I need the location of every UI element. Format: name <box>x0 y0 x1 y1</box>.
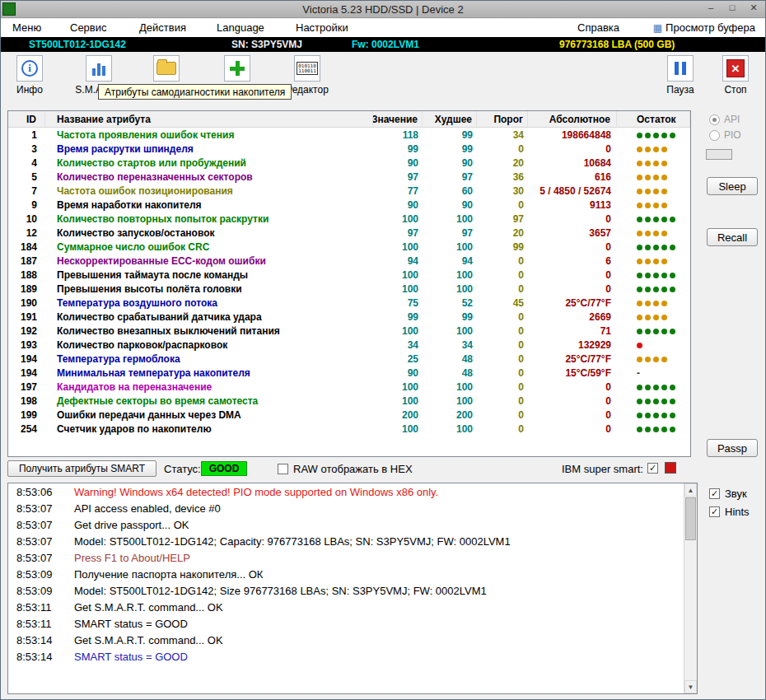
health-dot <box>637 287 642 292</box>
attr-name: Количество переназначенных секторов <box>45 171 373 183</box>
hints-option[interactable]: ✓ Hints <box>709 506 750 518</box>
table-row[interactable]: 7Частота ошибок позиционирования7760305 … <box>8 184 690 198</box>
ibm-smart-checkbox[interactable]: ✓ <box>647 463 658 474</box>
scroll-down-icon[interactable]: ▼ <box>684 680 697 693</box>
table-row[interactable]: 198Дефектные секторы во время самотеста1… <box>8 394 690 408</box>
buffer-view-button[interactable]: ▦Просмотр буфера <box>653 21 755 34</box>
remap-button[interactable] <box>213 55 261 84</box>
api-radio[interactable]: API <box>709 114 740 125</box>
table-row[interactable]: 187Нескорректированные ECC-кодом ошибки9… <box>8 254 690 268</box>
header-raw[interactable]: Абсолютное <box>528 111 617 127</box>
table-row[interactable]: 9Время наработки накопителя909009113 <box>8 198 690 212</box>
attr-name: Нескорректированные ECC-кодом ошибки <box>45 255 373 267</box>
pio-radio-circle <box>709 130 720 141</box>
sound-label: Звук <box>725 488 747 500</box>
scroll-thumb[interactable] <box>685 497 696 540</box>
table-row[interactable]: 191Количество срабатываний датчика удара… <box>8 310 690 324</box>
log-entry: 8:53:07API access enabled, device #0 <box>8 500 697 516</box>
health-dot <box>653 203 659 208</box>
get-smart-button[interactable]: Получить атрибуты SMART <box>7 460 156 477</box>
health-dot <box>645 231 651 236</box>
pio-radio[interactable]: PIO <box>709 129 741 141</box>
table-row[interactable]: 190Температура воздушного потока75524525… <box>8 296 690 310</box>
info-button[interactable]: i Инфо <box>7 55 52 96</box>
table-row[interactable]: 184Суммарное число ошибок CRC100100990 <box>8 240 690 254</box>
sound-option[interactable]: ✓ Звук <box>709 488 747 500</box>
header-value[interactable]: Значение <box>373 111 423 127</box>
passp-button[interactable]: Passp <box>707 439 758 457</box>
log-time: 8:53:14 <box>8 634 56 646</box>
menu-item-language[interactable]: Language <box>217 21 264 34</box>
menu-item-menu[interactable]: Меню <box>12 21 41 34</box>
table-row[interactable]: 254Счетчик ударов по накопителю10010000 <box>8 422 690 436</box>
header-worst[interactable]: Худшее <box>423 111 477 127</box>
header-health[interactable]: Остаток <box>617 111 690 127</box>
attr-worst: 100 <box>423 213 477 225</box>
attr-health <box>617 423 690 435</box>
header-id[interactable]: ID <box>8 111 45 127</box>
sound-checkbox[interactable]: ✓ <box>709 488 720 499</box>
health-dot <box>637 231 642 236</box>
log-text: Get S.M.A.R.T. command... OK <box>56 634 223 646</box>
health-dot <box>670 329 675 334</box>
sleep-button[interactable]: Sleep <box>707 177 758 195</box>
health-dot <box>670 413 675 418</box>
attr-value: 97 <box>373 171 423 183</box>
header-name[interactable]: Название атрибута <box>45 111 373 127</box>
log-text: Warning! Windows x64 detected! PIO mode … <box>56 486 438 498</box>
table-row[interactable]: 10Количество повторных попыток раскрутки… <box>8 212 690 226</box>
table-row[interactable]: 188Превышения таймаута после команды1001… <box>8 268 690 282</box>
table-row[interactable]: 197Кандидатов на переназначение10010000 <box>8 380 690 394</box>
menu-item-service[interactable]: Сервис <box>70 21 107 34</box>
tests-button[interactable] <box>142 55 190 84</box>
stop-button[interactable]: ✕ Стоп <box>713 55 758 96</box>
attr-id: 10 <box>8 213 45 225</box>
table-row[interactable]: 3Время раскрутки шпинделя999900 <box>8 142 690 156</box>
close-icon[interactable]: ✕ <box>747 2 760 13</box>
attr-name: Количество запусков/остановок <box>45 227 373 239</box>
health-dot <box>637 217 642 222</box>
table-row[interactable]: 12Количество запусков/остановок979720365… <box>8 226 690 240</box>
table-row[interactable]: 4Количество стартов или пробуждений90902… <box>8 156 690 170</box>
health-dot <box>653 259 659 264</box>
attr-threshold: 0 <box>477 269 528 281</box>
maximize-icon[interactable]: □ <box>726 2 739 13</box>
attr-raw: 0 <box>528 283 617 295</box>
menu-item-help[interactable]: Справка <box>577 21 619 34</box>
raw-hex-option[interactable]: RAW отображать в HEX <box>278 463 413 475</box>
scroll-up-icon[interactable]: ▲ <box>684 483 697 497</box>
smart-indicator[interactable] <box>665 462 676 474</box>
app-window: Victoria 5.23 HDD/SSD | Device 2 – □ ✕ М… <box>0 0 766 700</box>
log-scrollbar[interactable]: ▲ ▼ <box>684 483 697 693</box>
raw-hex-checkbox[interactable] <box>278 464 288 474</box>
minimize-icon[interactable]: – <box>704 2 717 13</box>
health-dot <box>645 427 651 432</box>
pause-button[interactable]: Пауза <box>657 55 703 96</box>
attr-worst: 60 <box>423 185 477 197</box>
health-dot <box>645 161 651 166</box>
table-row[interactable]: 1Частота проявления ошибок чтения1189934… <box>8 128 690 142</box>
health-dot <box>670 385 675 390</box>
table-row[interactable]: 193Количество парковок/распарковок343401… <box>8 338 690 352</box>
menu-item-actions[interactable]: Действия <box>139 21 186 34</box>
table-row[interactable]: 192Количество внезапных выключений питан… <box>8 324 690 338</box>
status-label: Статус: <box>164 463 201 475</box>
table-row[interactable]: 189Превышения высоты полёта головки10010… <box>8 282 690 296</box>
attr-value: 94 <box>373 255 423 267</box>
attr-raw: 3657 <box>528 227 617 239</box>
health-dot <box>670 217 675 222</box>
table-row[interactable]: 194Минимальная температура накопителя904… <box>8 366 690 380</box>
attr-threshold: 0 <box>477 199 528 211</box>
menu-item-settings[interactable]: Настройки <box>296 21 348 34</box>
recall-button[interactable]: Recall <box>707 228 758 246</box>
health-dot <box>661 203 667 208</box>
attr-worst: 94 <box>423 255 477 267</box>
table-row[interactable]: 5Количество переназначенных секторов9797… <box>8 170 690 184</box>
hints-checkbox[interactable]: ✓ <box>709 506 720 517</box>
attr-raw: 616 <box>528 171 617 183</box>
log-time: 8:53:11 <box>8 618 56 630</box>
table-row[interactable]: 199Ошибки передачи данных через DMA20020… <box>8 408 690 422</box>
table-row[interactable]: 194Температура гермоблока2548025°C/77°F <box>8 352 690 366</box>
header-threshold[interactable]: Порог <box>477 111 528 127</box>
attr-name: Количество внезапных выключений питания <box>45 325 373 337</box>
